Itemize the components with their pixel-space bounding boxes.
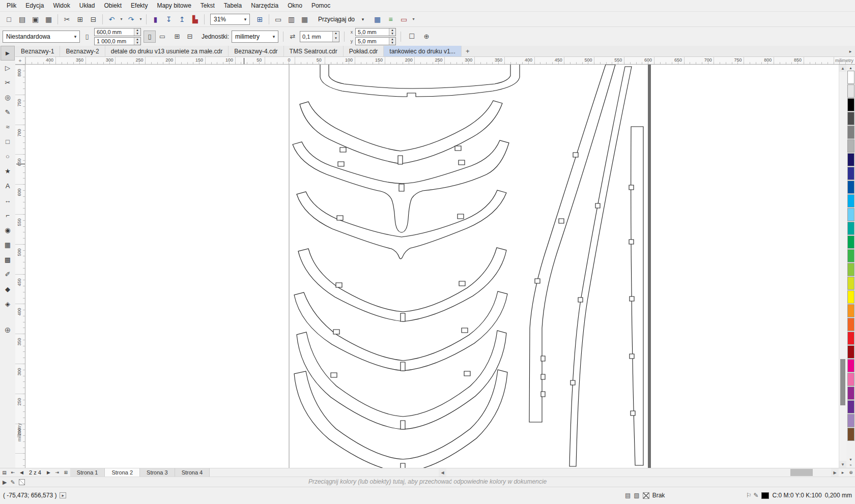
spinner-buttons[interactable]: ▲▼ — [134, 38, 140, 45]
color-swatch[interactable] — [847, 71, 854, 84]
page-tab[interactable]: Strona 3 — [140, 468, 175, 477]
drawing-canvas[interactable] — [25, 65, 839, 468]
page-right-shadow[interactable] — [648, 65, 651, 468]
color-swatch[interactable] — [847, 98, 854, 111]
menu-mapy-bitowe[interactable]: Mapy bitowe — [152, 1, 195, 11]
frame-7-notch[interactable] — [331, 373, 337, 377]
page-preset-combo[interactable]: Niestandardowa ▾ — [3, 31, 80, 43]
outline-tool[interactable]: ◆ — [1, 282, 15, 297]
color-swatch[interactable] — [847, 84, 854, 98]
last-page-button[interactable]: ⇥ — [53, 468, 62, 477]
color-swatch[interactable] — [847, 277, 854, 290]
color-swatch[interactable] — [847, 304, 854, 317]
palette-flyout-button[interactable]: » — [847, 462, 854, 468]
scroll-up-button[interactable]: ▲ — [839, 65, 846, 72]
menu-efekty[interactable]: Efekty — [126, 1, 152, 11]
flag-icon[interactable]: ⚐ — [746, 492, 752, 499]
frame-8-slot[interactable] — [401, 463, 405, 468]
document-tab[interactable]: Pokład.cdr — [344, 46, 384, 56]
zoom-navigator-button[interactable]: ⊕ — [847, 468, 855, 477]
polygon-tool[interactable]: ★ — [1, 164, 15, 179]
scroll-left-button[interactable]: ◀ — [439, 468, 446, 477]
no-color-swatch[interactable] — [19, 479, 25, 485]
document-tab[interactable]: Beznazwy-1 — [15, 46, 60, 56]
color-swatch[interactable] — [847, 359, 854, 372]
dimension-tool[interactable]: ↔ — [1, 193, 15, 208]
transparency-tool[interactable]: ▦ — [1, 238, 15, 252]
frame-4-notch[interactable] — [337, 216, 343, 220]
color-swatch[interactable] — [847, 400, 854, 413]
frame-4-notch[interactable] — [458, 214, 464, 219]
frame-1-outer[interactable] — [320, 65, 520, 97]
strip-notch[interactable] — [631, 411, 635, 416]
color-swatch[interactable] — [847, 194, 854, 207]
strip-curved-2[interactable] — [569, 67, 632, 466]
horizontal-scroll-track[interactable] — [446, 468, 831, 477]
color-swatch[interactable] — [847, 139, 854, 153]
color-swatch[interactable] — [847, 112, 854, 125]
color-swatch[interactable] — [847, 318, 854, 331]
page-tab[interactable]: Strona 2 — [105, 468, 140, 477]
cut-icon[interactable]: ✂ — [61, 13, 73, 25]
crop-tool[interactable]: ✂ — [1, 75, 15, 90]
frame-7-notch[interactable] — [464, 371, 470, 376]
treat-as-filled-button[interactable]: ☐ — [406, 31, 418, 43]
current-page-button[interactable]: ⊟ — [184, 31, 196, 43]
connector-tool[interactable]: ⌐ — [1, 208, 15, 223]
spinner-buttons[interactable]: ▲▼ — [389, 28, 395, 36]
redo-icon[interactable]: ↷ — [125, 13, 137, 25]
freehand-tool[interactable]: ✎ — [1, 105, 15, 120]
color-swatch[interactable] — [847, 263, 854, 276]
paste-icon[interactable]: ⊟ — [87, 13, 100, 25]
color-swatch[interactable] — [847, 290, 854, 304]
scroll-right-button[interactable]: ▶ — [831, 468, 839, 477]
artistic-media-tool[interactable]: ≈ — [1, 120, 15, 134]
menu-narzędzia[interactable]: Narzędzia — [246, 1, 283, 11]
duplicate-x-field[interactable]: 5,0 mm ▲▼ — [355, 28, 396, 36]
strip-long-curved[interactable] — [529, 65, 615, 422]
frame-6-slot[interactable] — [401, 362, 405, 371]
eyedropper-tool[interactable]: ✐ — [1, 267, 15, 282]
frame-6[interactable] — [294, 291, 507, 371]
frame-2[interactable] — [300, 101, 502, 164]
document-drawing[interactable] — [25, 65, 839, 468]
all-pages-button[interactable]: ⊞ — [171, 31, 183, 43]
strip-slit[interactable] — [578, 298, 583, 302]
welcome-screen-icon[interactable]: ⊞ — [253, 13, 266, 25]
menu-tekst[interactable]: Tekst — [196, 1, 219, 11]
palette-scroll-down-button[interactable]: ▼ — [847, 457, 854, 462]
color-swatch[interactable] — [847, 222, 854, 235]
undo-caret-icon[interactable]: ▾ — [119, 13, 124, 25]
page-tab[interactable]: Strona 1 — [70, 468, 105, 477]
strip-tab[interactable] — [541, 392, 545, 397]
page-width-field[interactable]: 600,0 mm ▲▼ — [94, 28, 141, 36]
ellipse-tool[interactable]: ○ — [1, 149, 15, 164]
frame-5-slot[interactable] — [401, 313, 405, 321]
zoom-level-combo[interactable]: 31% ▾ — [210, 14, 250, 25]
play-macro-icon[interactable]: ▶ — [3, 479, 7, 486]
color-swatch[interactable] — [847, 126, 854, 139]
document-tab[interactable]: detale do druku v13 usuniete za małe.cdr — [105, 46, 229, 56]
frame-7[interactable] — [297, 331, 506, 429]
strip-tab[interactable] — [541, 356, 545, 361]
strip-notch[interactable] — [630, 297, 634, 301]
zoom-tool[interactable]: ◎ — [1, 90, 15, 105]
frame-1-inner[interactable] — [329, 65, 510, 88]
print-icon[interactable]: ▦ — [42, 13, 55, 25]
portrait-button[interactable]: ▯ — [144, 31, 156, 43]
menu-okno[interactable]: Okno — [283, 1, 307, 11]
color-swatch[interactable] — [847, 428, 854, 441]
color-swatch[interactable] — [847, 249, 854, 262]
menu-plik[interactable]: Plik — [2, 1, 21, 11]
rectangle-tool[interactable]: □ — [1, 134, 15, 149]
toolbar-options-caret-icon[interactable]: ▾ — [411, 13, 416, 25]
document-tab[interactable]: Beznazwy-4.cdr — [229, 46, 283, 56]
horizontal-scroll-thumb[interactable] — [790, 469, 813, 476]
export-icon[interactable]: ↥ — [176, 13, 188, 25]
color-proof-icon[interactable]: ▧ — [634, 492, 639, 499]
show-rulers-icon[interactable]: ▥ — [285, 13, 298, 25]
strip-slit[interactable] — [535, 279, 540, 283]
pick-tool[interactable]: ► — [1, 46, 15, 61]
menu-tabela[interactable]: Tabela — [219, 1, 246, 11]
blend-tool[interactable]: ◉ — [1, 223, 15, 238]
